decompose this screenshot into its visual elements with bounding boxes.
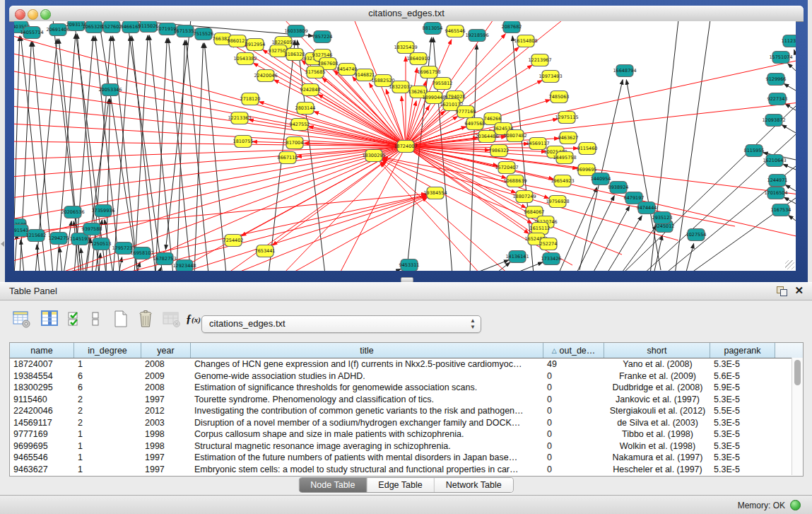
table-cell[interactable]: 0 [543,405,604,417]
table-cell[interactable]: Disruption of a novel member of a sodium… [191,417,543,429]
table-row[interactable]: 911546021997Tourette syndrome. Phenomeno… [10,394,803,406]
table-cell[interactable]: 18724007 [10,358,74,370]
graph-node[interactable]: 16648794 [613,65,636,77]
float-panel-icon[interactable] [777,286,787,296]
table-row[interactable]: 977716911998Corpus callosum shape and si… [10,428,803,440]
graph-node[interactable]: 7653441 [255,245,276,257]
table-row[interactable]: 1456911722003Disruption of a novel membe… [10,417,803,429]
table-cell[interactable]: 2003 [141,417,191,429]
graph-node[interactable]: 9777169 [456,106,476,118]
graph-node[interactable]: 18325419 [394,42,417,54]
graph-node[interactable]: 14136141 [505,251,529,263]
graph-node[interactable]: 1810755 [233,136,254,148]
table-cell[interactable]: 2008 [141,382,191,394]
table-cell[interactable]: Genome-wide association studies in ADHD. [191,370,543,382]
table-cell[interactable]: 49 [543,358,604,370]
graph-node[interactable]: 9463627 [558,132,579,144]
table-cell[interactable]: Investigating the contribution of common… [191,405,543,417]
graph-node[interactable]: 12093872 [762,115,785,127]
graph-node[interactable]: 8186328 [285,49,305,61]
column-header-year[interactable]: year [141,343,191,358]
graph-node[interactable]: 20206536 [61,206,84,218]
graph-node[interactable]: 18300295 [362,150,385,162]
table-cell[interactable]: 2009 [141,370,191,382]
delete-rows-icon[interactable] [136,309,158,330]
column-header-short[interactable]: short [604,343,710,358]
memory-ok-indicator[interactable] [790,500,801,510]
table-cell[interactable]: 5.3E-5 [710,440,775,452]
graph-node[interactable]: 7485063 [549,91,570,103]
graph-node[interactable]: 10543382 [233,53,257,65]
table-cell[interactable]: 1997 [141,464,191,476]
table-row[interactable]: 969969511998Structural magnetic resonanc… [10,440,803,452]
table-select-dropdown[interactable]: citations_edges.txt ▲▼ [201,315,481,333]
graph-node[interactable]: 18724007 [394,141,417,153]
network-window[interactable]: citations_edges.txt 18724007766382298601… [9,6,804,276]
graph-node[interactable]: 1244971 [767,175,788,187]
graph-node[interactable]: 14055714 [20,27,43,39]
table-cell[interactable]: 0 [543,440,604,452]
graph-node[interactable]: 817004 [286,137,304,149]
graph-node[interactable]: 14495758 [553,152,576,164]
select-rows-icon[interactable] [66,309,88,330]
graph-node[interactable]: 19218596 [465,30,488,42]
column-header-title[interactable]: title [191,343,543,358]
table-cell[interactable]: 1 [74,440,141,452]
table-cell[interactable]: 5.3E-5 [710,464,775,476]
graph-node[interactable]: 16033809 [284,25,307,37]
graph-node[interactable]: 1250513 [91,238,112,250]
table-cell[interactable]: 2 [74,405,141,417]
close-panel-icon[interactable]: ✕ [794,284,804,297]
graph-node[interactable]: 2803144 [295,103,316,115]
graph-node[interactable]: 7515526 [194,28,214,40]
graph-node[interactable]: 252274 [540,238,558,250]
table-cell[interactable]: 5.3E-5 [710,394,775,406]
table-cell[interactable]: 9777169 [10,428,74,440]
canvas-resize-grip[interactable] [785,260,794,269]
table-settings-icon[interactable] [12,309,33,330]
table-cell[interactable]: 22420046 [10,405,74,417]
table-row[interactable]: 2242004622012Investigating the contribut… [10,405,803,417]
graph-node[interactable]: 20053346 [98,84,122,96]
graph-node[interactable]: 10807482 [503,130,526,142]
table-cell[interactable]: 5.3E-5 [710,417,775,429]
table-cell[interactable]: Corpus callosum shape and size in male p… [191,428,543,440]
table-cell[interactable]: 9463627 [10,464,74,476]
graph-node[interactable]: 1440954 [591,173,611,185]
graph-node[interactable]: 9465546 [445,25,466,37]
graph-node[interactable]: 10973493 [539,71,562,83]
graph-node[interactable]: 6497568 [465,118,486,130]
table-cell[interactable]: 1997 [141,394,191,406]
graph-node[interactable]: 10688639 [503,175,526,187]
graph-node[interactable]: 16958107 [130,247,153,259]
column-header-in_degree[interactable]: in_degree [74,343,141,358]
table-cell[interactable]: 1998 [141,440,191,452]
table-cell[interactable]: 5.9E-5 [710,382,775,394]
table-cell[interactable]: Hescheler et al. (1997) [604,464,710,476]
table-cell[interactable]: 1997 [141,452,191,464]
graph-node[interactable]: 3175685 [305,66,326,78]
table-row[interactable]: 1830029562008Estimation of significance … [10,382,803,394]
graph-node[interactable]: 2718120 [240,93,261,105]
new-table-icon[interactable] [112,309,133,330]
table-cell[interactable]: 0 [543,452,604,464]
graph-node[interactable]: 1167534 [771,204,792,216]
column-header-pagerank[interactable]: pagerank [710,343,775,358]
graph-node[interactable]: 9129966 [766,74,787,86]
graph-node[interactable]: 8813054 [423,23,443,35]
table-row[interactable]: 1872400712008Changes of HCN gene express… [10,358,803,370]
graph-node[interactable]: 19654923 [551,175,574,187]
table-cell[interactable]: 6 [74,370,141,382]
scrollbar-thumb[interactable] [794,360,801,385]
graph-node[interactable]: 17359936 [91,205,114,217]
table-row[interactable]: 946362711997Embryonic stem cells: a mode… [10,464,803,476]
table-cell[interactable]: 0 [543,464,604,476]
table-cell[interactable]: Tourette syndrome. Phenomenology and cla… [191,394,543,406]
tab-network-table[interactable]: Network Table [435,478,513,492]
table-cell[interactable]: 2 [74,394,141,406]
graph-node[interactable]: 9427552 [290,119,310,131]
table-cell[interactable]: 9699695 [10,440,74,452]
graph-node[interactable]: 9397588 [82,223,102,235]
graph-node[interactable]: 19756928 [546,196,569,208]
table-row[interactable]: 946554611997Estimation of the future num… [10,452,803,464]
